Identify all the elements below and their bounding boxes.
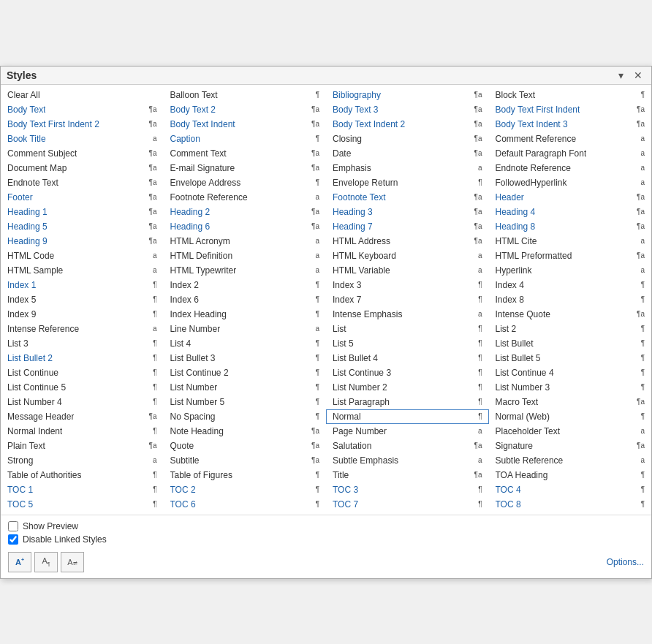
style-item[interactable]: FollowedHyperlinka <box>489 175 652 190</box>
style-item[interactable]: Subtle Referencea <box>489 453 652 468</box>
style-item[interactable]: HTML Samplea <box>1 263 164 278</box>
style-item[interactable]: List Continue 2¶ <box>164 365 327 380</box>
style-item[interactable]: List Continue 5¶ <box>1 380 164 395</box>
style-item[interactable]: No Spacing¶ <box>164 409 327 424</box>
style-item[interactable]: Comment Text¶a <box>164 146 327 161</box>
style-item[interactable]: List¶ <box>326 322 489 336</box>
style-item[interactable]: Subtitle¶a <box>164 453 327 468</box>
style-item[interactable]: Note Heading¶a <box>164 424 327 439</box>
style-item[interactable]: E-mail Signature¶a <box>164 161 327 175</box>
options-link[interactable]: Options... <box>607 557 644 567</box>
style-item[interactable]: List Bullet 3¶ <box>164 351 327 365</box>
style-item[interactable]: Intense Emphasisa <box>326 307 489 322</box>
style-item[interactable]: Plain Text¶a <box>1 439 164 453</box>
new-style-button[interactable]: A+ <box>8 552 31 572</box>
style-item[interactable]: Heading 3¶a <box>326 205 489 219</box>
style-item[interactable]: List 4¶ <box>164 336 327 351</box>
style-item[interactable]: Book Titlea <box>1 132 164 146</box>
style-item[interactable]: Index 1¶ <box>1 278 164 292</box>
style-item[interactable]: HTML Address¶a <box>326 234 489 249</box>
style-item[interactable]: Heading 9¶a <box>1 234 164 249</box>
style-item[interactable]: Endnote Referencea <box>489 161 652 175</box>
style-item[interactable]: TOC 4¶ <box>489 482 652 497</box>
style-item[interactable]: Balloon Text¶ <box>164 88 327 102</box>
style-item[interactable]: List Continue 3¶ <box>326 365 489 380</box>
style-item[interactable]: List Bullet¶ <box>489 336 652 351</box>
style-item[interactable]: Endnote Text¶a <box>1 175 164 190</box>
style-item[interactable]: Footnote Text¶a <box>326 190 489 205</box>
style-item[interactable]: List Paragraph¶ <box>326 395 489 409</box>
style-item[interactable]: Heading 8¶a <box>489 219 652 234</box>
style-item[interactable]: HTML Definitiona <box>164 249 327 263</box>
style-item[interactable]: Table of Figures¶ <box>164 468 327 482</box>
collapse-button[interactable]: ▾ <box>615 69 626 81</box>
style-item[interactable]: Clear All <box>1 88 164 102</box>
style-item[interactable]: HTML Acronyma <box>164 234 327 249</box>
style-item[interactable]: List Bullet 2¶ <box>1 351 164 365</box>
style-item[interactable]: Message Header¶a <box>1 409 164 424</box>
style-item[interactable]: Intense Quote¶a <box>489 307 652 322</box>
show-preview-row[interactable]: Show Preview <box>8 521 644 531</box>
style-item[interactable]: Emphasisa <box>326 161 489 175</box>
style-item[interactable]: TOA Heading¶ <box>489 468 652 482</box>
style-item[interactable]: TOC 6¶ <box>164 497 327 512</box>
style-item[interactable]: Body Text 2¶a <box>164 102 327 117</box>
style-item[interactable]: Index 9¶ <box>1 307 164 322</box>
style-item[interactable]: Macro Text¶a <box>489 395 652 409</box>
style-item[interactable]: HTML Codea <box>1 249 164 263</box>
style-item[interactable]: Index Heading¶ <box>164 307 327 322</box>
style-item[interactable]: TOC 2¶ <box>164 482 327 497</box>
style-item[interactable]: Document Map¶a <box>1 161 164 175</box>
style-item[interactable]: Index 6¶ <box>164 292 327 307</box>
style-item[interactable]: Title¶a <box>326 468 489 482</box>
style-item[interactable]: TOC 1¶ <box>1 482 164 497</box>
style-item[interactable]: List 5¶ <box>326 336 489 351</box>
style-item[interactable]: Closing¶a <box>326 132 489 146</box>
style-item[interactable]: Placeholder Texta <box>489 424 652 439</box>
close-button[interactable]: ✕ <box>631 69 645 81</box>
style-item[interactable]: HTML Citea <box>489 234 652 249</box>
style-item[interactable]: Date¶a <box>326 146 489 161</box>
style-item[interactable]: Footnote Referencea <box>164 190 327 205</box>
style-item[interactable]: Default Paragraph Fonta <box>489 146 652 161</box>
style-item[interactable]: Index 4¶ <box>489 278 652 292</box>
style-item[interactable]: List Bullet 5¶ <box>489 351 652 365</box>
style-item[interactable]: Page Numbera <box>326 424 489 439</box>
style-item[interactable]: Body Text First Indent¶a <box>489 102 652 117</box>
style-item[interactable]: Heading 4¶a <box>489 205 652 219</box>
style-item[interactable]: HTML Preformatted¶a <box>489 249 652 263</box>
style-item[interactable]: Index 5¶ <box>1 292 164 307</box>
style-item[interactable]: Bibliography¶a <box>326 88 489 102</box>
style-item[interactable]: List Continue¶ <box>1 365 164 380</box>
style-item[interactable]: Footer¶a <box>1 190 164 205</box>
style-item[interactable]: TOC 5¶ <box>1 497 164 512</box>
style-item[interactable]: Table of Authorities¶ <box>1 468 164 482</box>
style-item[interactable]: Body Text First Indent 2¶a <box>1 117 164 132</box>
style-item[interactable]: HTML Typewritera <box>164 263 327 278</box>
style-item[interactable]: HTML Variablea <box>326 263 489 278</box>
style-item[interactable]: Index 3¶ <box>326 278 489 292</box>
style-item[interactable]: Caption¶ <box>164 132 327 146</box>
style-item[interactable]: TOC 3¶ <box>326 482 489 497</box>
style-item[interactable]: Intense Referencea <box>1 322 164 336</box>
style-item[interactable]: Heading 5¶a <box>1 219 164 234</box>
disable-linked-row[interactable]: Disable Linked Styles <box>8 534 644 545</box>
style-item[interactable]: Body Text¶a <box>1 102 164 117</box>
style-item[interactable]: Block Text¶ <box>489 88 652 102</box>
style-item[interactable]: Body Text Indent¶a <box>164 117 327 132</box>
style-item[interactable]: Heading 6¶a <box>164 219 327 234</box>
style-item[interactable]: Header¶a <box>489 190 652 205</box>
style-item[interactable]: List Bullet 4¶ <box>326 351 489 365</box>
style-item[interactable]: Envelope Address¶ <box>164 175 327 190</box>
style-item[interactable]: Heading 1¶a <box>1 205 164 219</box>
style-item[interactable]: Comment Referencea <box>489 132 652 146</box>
style-item[interactable]: Line Numbera <box>164 322 327 336</box>
style-item[interactable]: Body Text Indent 2¶a <box>326 117 489 132</box>
style-item[interactable]: TOC 8¶ <box>489 497 652 512</box>
style-item[interactable]: Index 2¶ <box>164 278 327 292</box>
show-preview-checkbox[interactable] <box>8 521 18 531</box>
style-item[interactable]: List Number¶ <box>164 380 327 395</box>
style-item[interactable]: Normal¶ <box>326 409 489 424</box>
style-item[interactable]: TOC 7¶ <box>326 497 489 512</box>
disable-linked-checkbox[interactable] <box>8 534 18 545</box>
